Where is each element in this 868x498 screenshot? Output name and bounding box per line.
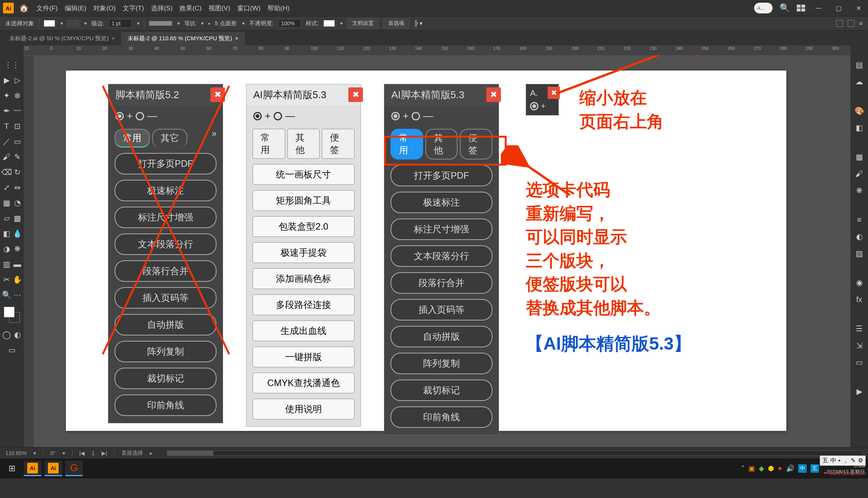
tray-up-icon[interactable]: ˄ bbox=[741, 464, 745, 473]
panel-item[interactable]: 自动拼版 bbox=[391, 326, 492, 347]
panel-item[interactable]: 矩形圆角工具 bbox=[253, 190, 354, 211]
pencil-tool[interactable]: ✎ bbox=[12, 152, 23, 161]
taskbar-ai-2[interactable]: Ai bbox=[44, 461, 62, 476]
canvas-area[interactable]: 脚本精简版5.2 ✖ + — 常用 其它 » 打开多页PDF极速标注标注尺寸增强… bbox=[24, 55, 850, 447]
panel-item[interactable]: 包装盒型2.0 bbox=[253, 216, 354, 237]
stroke-style-preview[interactable] bbox=[149, 21, 172, 26]
scale-tool[interactable]: ⤢ bbox=[1, 183, 12, 192]
tray-icon-1[interactable]: ▣ bbox=[748, 464, 755, 473]
drawmode-1[interactable]: ◯ bbox=[1, 330, 12, 339]
panel53l-tab-1[interactable]: 其他 bbox=[287, 129, 320, 159]
cc-libraries-icon[interactable]: ☁ bbox=[853, 76, 865, 87]
menu-file[interactable]: 文件(F) bbox=[36, 4, 58, 13]
tray-ime-zh[interactable]: 中 bbox=[798, 464, 807, 473]
prefs-button[interactable]: 首选项 bbox=[383, 18, 409, 28]
close-icon[interactable]: ✕ bbox=[852, 3, 865, 13]
radio-off[interactable] bbox=[274, 112, 282, 120]
lasso-tool[interactable]: ⊗ bbox=[12, 91, 23, 100]
artboards-icon[interactable]: ▭ bbox=[853, 357, 865, 368]
h-scrollbar[interactable] bbox=[167, 450, 863, 456]
menu-text[interactable]: 文字(T) bbox=[123, 4, 144, 13]
panel-item[interactable]: 文本段落分行 bbox=[391, 245, 492, 267]
graph-tool[interactable]: ▥ bbox=[1, 260, 12, 269]
panel52-tab-common[interactable]: 常用 bbox=[115, 129, 150, 148]
width-tool[interactable]: ⇔ bbox=[12, 183, 23, 192]
panel-item[interactable]: 阵列复制 bbox=[115, 341, 217, 362]
tray-icon-2[interactable]: ◆ bbox=[759, 464, 764, 473]
panel-item[interactable]: CMYK查找潘通色 bbox=[253, 373, 354, 393]
panel-item[interactable]: 印前角线 bbox=[391, 406, 492, 428]
home-icon[interactable]: 🏠 bbox=[19, 3, 29, 13]
eyedropper-tool[interactable]: 💧 bbox=[12, 229, 23, 238]
panel52-tab-other[interactable]: 其它 bbox=[152, 129, 187, 148]
swatches-icon[interactable]: ▦ bbox=[853, 151, 865, 163]
menu-help[interactable]: 帮助(H) bbox=[267, 4, 290, 13]
panel53l-tab-2[interactable]: 便签 bbox=[322, 129, 354, 159]
panel-item[interactable]: 极速标注 bbox=[115, 180, 217, 201]
drawmode-2[interactable]: ◐ bbox=[12, 330, 23, 339]
align-icon[interactable]: ╠ ▾ bbox=[414, 20, 423, 27]
radio-off[interactable] bbox=[136, 112, 144, 120]
style-swatch[interactable] bbox=[323, 20, 335, 27]
ime-f[interactable]: ⚙ bbox=[858, 457, 863, 464]
panel-mini-close-icon[interactable]: ✖ bbox=[548, 87, 560, 99]
close-tab-1-icon[interactable]: × bbox=[112, 35, 115, 41]
gradient-panel-icon[interactable]: ◐ bbox=[853, 231, 865, 242]
minimize-icon[interactable]: — bbox=[812, 3, 825, 13]
panel-item[interactable]: 一键拼版 bbox=[253, 347, 354, 367]
panel-item[interactable]: 极速标注 bbox=[391, 192, 492, 213]
hand-tool[interactable]: ✋ bbox=[12, 275, 23, 284]
panel-item[interactable]: 自动拼版 bbox=[115, 314, 217, 335]
menu-select[interactable]: 选择(S) bbox=[151, 4, 173, 13]
graphic-styles-icon[interactable]: fx bbox=[853, 294, 865, 305]
panel-item[interactable]: 文本段落分行 bbox=[115, 233, 217, 255]
properties-panel-icon[interactable]: ▤ bbox=[853, 59, 865, 71]
panel-menu-icon[interactable]: ≡ bbox=[859, 20, 863, 27]
blend-tool[interactable]: ◑ bbox=[1, 244, 12, 253]
gradient-tool[interactable]: ◧ bbox=[1, 229, 12, 238]
prop-icon-2[interactable] bbox=[848, 20, 855, 27]
panel-53light-close-icon[interactable]: ✖ bbox=[348, 87, 363, 102]
panel-item[interactable]: 插入页码等 bbox=[115, 287, 217, 309]
panel-item[interactable]: 极速手提袋 bbox=[253, 242, 354, 263]
edit-toolbar[interactable]: ⋯ bbox=[12, 290, 23, 299]
radio-on[interactable] bbox=[391, 112, 400, 120]
menu-window[interactable]: 窗口(W) bbox=[237, 4, 261, 13]
panel-item[interactable]: 打开多页PDF bbox=[115, 153, 217, 174]
artboard-tool[interactable]: ▬ bbox=[12, 260, 23, 269]
maximize-icon[interactable]: ▢ bbox=[832, 3, 845, 13]
zoom-tool[interactable]: 🔍 bbox=[1, 290, 12, 299]
color-guide-icon[interactable]: ◧ bbox=[853, 122, 865, 133]
magic-wand-tool[interactable]: ✦ bbox=[1, 91, 12, 100]
menu-effect[interactable]: 效果(C) bbox=[179, 4, 202, 13]
color-swatch[interactable] bbox=[4, 307, 20, 323]
taskbar-app-3[interactable]: G bbox=[65, 461, 83, 476]
panel-item[interactable]: 打开多页PDF bbox=[391, 165, 492, 186]
asset-export-icon[interactable]: ⇲ bbox=[853, 340, 865, 351]
panel-item[interactable]: 阵列复制 bbox=[391, 353, 492, 374]
panel-item[interactable]: 印前角线 bbox=[115, 394, 217, 416]
shape-builder-tool[interactable]: ◔ bbox=[12, 198, 23, 207]
rectangle-tool[interactable]: ▭ bbox=[12, 137, 23, 146]
slice-tool[interactable]: ✂ bbox=[1, 275, 12, 284]
stroke-swatch[interactable] bbox=[67, 20, 79, 27]
close-tab-2-icon[interactable]: × bbox=[235, 35, 238, 41]
chevron-right-icon[interactable]: » bbox=[212, 129, 217, 148]
eraser-tool[interactable]: ⌫ bbox=[1, 168, 12, 177]
ime-a[interactable]: 五 bbox=[822, 457, 828, 464]
symbols-icon[interactable]: ❋ bbox=[853, 185, 865, 196]
direct-selection-tool[interactable]: ▷ bbox=[12, 76, 23, 85]
doc-tab-1[interactable]: 未标题-2.ai @ 50 % (CMYK/CPU 预览)× bbox=[3, 32, 121, 45]
tool-grip[interactable]: ⋮⋮ bbox=[3, 58, 21, 72]
pen-tool[interactable]: ✒ bbox=[1, 106, 12, 115]
artboard-nav[interactable]: 1 bbox=[92, 450, 95, 456]
tray-icon-3[interactable]: ⬢ bbox=[768, 464, 774, 473]
ime-bar[interactable]: 五 中 • ， ✎ ⚙ bbox=[820, 455, 866, 466]
zoom-level[interactable]: 110.65% bbox=[5, 450, 26, 456]
tray-icon-4[interactable]: ● bbox=[778, 464, 782, 472]
ime-b[interactable]: 中 bbox=[830, 457, 836, 464]
panel-item[interactable]: 插入页码等 bbox=[391, 299, 492, 320]
screen-mode[interactable]: ▭ bbox=[3, 343, 21, 357]
tray-ime-wu[interactable]: 五 bbox=[811, 464, 819, 473]
radio-off[interactable] bbox=[412, 112, 420, 120]
